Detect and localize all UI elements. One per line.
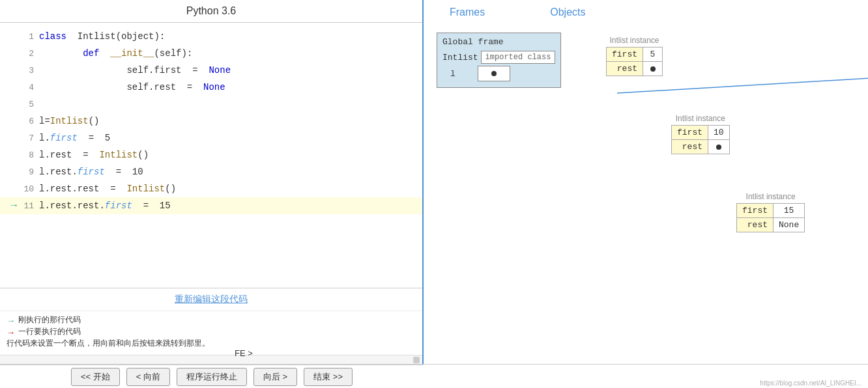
instance1-key-rest: rest — [607, 62, 643, 76]
instance3-val-rest: None — [774, 218, 805, 232]
line-num-3: 3 — [20, 66, 39, 76]
intlist-frame-label: Intlist — [442, 53, 478, 62]
instance2-container: Intlist instance first 10 rest — [671, 114, 730, 154]
l-dot-box — [478, 66, 510, 81]
global-frame: Global frame Intlist imported class l — [437, 33, 561, 88]
instance3-container: Intlist instance first 15 rest None — [736, 192, 805, 232]
code-line-3: 3 self.first = None — [0, 62, 422, 79]
line-code-4: self.rest = None — [39, 82, 225, 92]
instance1-container: Intlist instance first 5 rest — [606, 36, 663, 76]
line-arrow-11: → — [0, 200, 20, 212]
code-line-10: 10 l.rest.rest = Intlist() — [0, 180, 422, 197]
line-num-4: 4 — [20, 83, 39, 92]
instance2-table: first 10 rest — [671, 125, 730, 154]
instance2-key-first: first — [672, 126, 708, 140]
fe-text: FE > — [235, 348, 253, 358]
red-arrow-icon: → — [7, 327, 16, 337]
re-edit-link[interactable]: 重新编辑这段代码 — [175, 294, 248, 304]
l-dot — [491, 71, 497, 76]
just-executed-label: 刚执行的那行代码 — [18, 314, 81, 326]
instance2-val-first: 10 — [708, 126, 730, 140]
line-code-7: l.first = 5 — [39, 133, 110, 143]
frame-row-intlist: Intlist imported class — [442, 51, 555, 64]
instance1-row-rest: rest — [607, 62, 663, 76]
start-button[interactable]: << 开始 — [71, 368, 120, 386]
code-line-8: 8 l.rest = Intlist() — [0, 146, 422, 163]
global-frame-title: Global frame — [442, 37, 555, 47]
instance1-row-first: first 5 — [607, 48, 663, 62]
code-line-9: 9 l.rest.first = 10 — [0, 163, 422, 180]
code-line-1: 1 class Intlist(object): — [0, 28, 422, 45]
line-num-7: 7 — [20, 133, 39, 143]
next-button[interactable]: 向后 > — [253, 368, 297, 386]
instance1-key-first: first — [607, 48, 643, 62]
next-execute-label: 一行要执行的代码 — [18, 326, 81, 337]
instance3-key-rest: rest — [737, 218, 774, 232]
instance3-label: Intlist instance — [736, 192, 805, 201]
instance1-val-rest — [643, 62, 663, 76]
line-code-11: l.rest.rest.first = 15 — [39, 201, 171, 211]
instance2-dot — [716, 145, 721, 150]
frame-row-l: l — [442, 66, 555, 81]
instance3-row-first: first 15 — [737, 204, 805, 218]
code-area: 1 class Intlist(object): 2 def __init__(… — [0, 23, 422, 288]
right-panel: Frames Objects Global frame Intlist impo… — [424, 0, 868, 364]
line-num-8: 8 — [20, 150, 39, 160]
legend-area: → 刚执行的那行代码 → 一行要执行的代码 行代码来设置一个断点，用向前和向后按… — [0, 311, 422, 352]
legend-just-executed: → 刚执行的那行代码 — [7, 314, 416, 326]
line-num-9: 9 — [20, 167, 39, 177]
right-header: Frames Objects — [437, 7, 855, 18]
instance1-table: first 5 rest — [606, 47, 663, 76]
hint-label: 行代码来设置一个断点，用向前和向后按钮来跳转到那里。 — [7, 338, 210, 349]
line-num-6: 6 — [20, 117, 39, 126]
l-frame-label: l — [442, 69, 475, 79]
re-edit-section: 重新编辑这段代码 — [0, 288, 422, 311]
code-line-4: 4 self.rest = None — [0, 79, 422, 96]
imported-class-box: imported class — [481, 51, 556, 64]
instance3-table: first 15 rest None — [736, 203, 805, 232]
prev-button[interactable]: < 向前 — [126, 368, 170, 386]
instance3-row-rest: rest None — [737, 218, 805, 232]
scrollbar-thumb[interactable] — [413, 357, 420, 363]
left-panel: Python 3.6 1 class Intlist(object): 2 de… — [0, 0, 424, 364]
line-num-5: 5 — [20, 100, 39, 109]
line-num-11: 11 — [20, 201, 39, 211]
instance2-key-rest: rest — [672, 140, 708, 154]
line-code-10: l.rest.rest = Intlist() — [39, 184, 176, 194]
scrollbar-area[interactable] — [0, 355, 422, 364]
instance1-val-first: 5 — [643, 48, 663, 62]
code-line-5: 5 — [0, 96, 422, 113]
frames-section: Global frame Intlist imported class l — [437, 33, 561, 88]
stop-button[interactable]: 程序运行终止 — [177, 368, 247, 386]
line-code-3: self.first = None — [39, 65, 231, 76]
line-code-1: class Intlist(object): — [39, 31, 165, 42]
nav-buttons: << 开始 < 向前 程序运行终止 向后 > 结束 >> — [0, 365, 424, 388]
instance1-dot — [650, 66, 656, 72]
green-arrow-icon: → — [7, 316, 16, 325]
line-num-10: 10 — [20, 184, 39, 194]
instance2-label: Intlist instance — [671, 114, 730, 123]
frames-label: Frames — [450, 7, 485, 18]
instance3-key-first: first — [737, 204, 774, 218]
legend-hint: 行代码来设置一个断点，用向前和向后按钮来跳转到那里。 — [7, 338, 416, 349]
line-num-1: 1 — [20, 32, 39, 42]
code-line-11: → 11 l.rest.rest.first = 15 — [0, 197, 422, 214]
legend-next-execute: → 一行要执行的代码 — [7, 326, 416, 337]
watermark: https://blog.csdn.net/AI_LINGHEI... — [760, 380, 861, 387]
instance2-row-rest: rest — [672, 140, 730, 154]
code-line-2: 2 def __init__(self): — [0, 45, 422, 62]
objects-label: Objects — [550, 7, 585, 18]
line-code-9: l.rest.first = 10 — [39, 167, 143, 177]
line-num-2: 2 — [20, 49, 39, 59]
instance3-val-first: 15 — [774, 204, 805, 218]
end-button[interactable]: 结束 >> — [304, 368, 353, 386]
instance1-label: Intlist instance — [606, 36, 663, 45]
code-title: Python 3.6 — [0, 0, 422, 23]
instance2-row-first: first 10 — [672, 126, 730, 140]
instance2-val-rest — [708, 140, 730, 154]
code-line-6: 6 l=Intlist() — [0, 113, 422, 130]
line-code-2: def __init__(self): — [39, 48, 192, 59]
code-line-7: 7 l.first = 5 — [0, 130, 422, 146]
line-code-8: l.rest = Intlist() — [39, 150, 149, 160]
line-code-6: l=Intlist() — [39, 116, 99, 126]
